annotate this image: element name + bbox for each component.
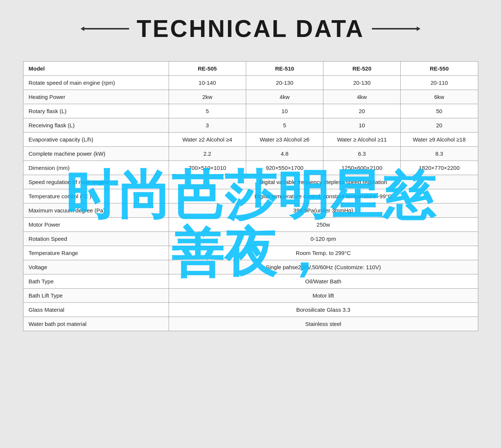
row-label: Motor Power [23,218,169,232]
table-row: Temperature control (°C )Digital tempera… [23,189,478,203]
row-cell-re550: 20-110 [401,76,478,90]
row-cell-re505: 2kw [169,90,246,104]
technical-data-table: Model RE-505 RE-510 RE-520 RE-550 Rotate… [23,61,478,331]
row-label: Maximum vacuum degree (Pa) [23,203,169,218]
row-cell-re510: 10 [246,104,323,118]
page-header: TECHNICAL DATA [22,15,479,43]
table-header-row: Model RE-505 RE-510 RE-520 RE-550 [23,62,478,76]
table-row: Rotation Speed0-120 rpm [23,232,478,246]
row-cell-re520: 10 [323,118,401,133]
table-row: Receiving flask (L)351020 [23,118,478,133]
col-header-re505: RE-505 [169,62,246,76]
row-label: Voltage [23,260,169,274]
row-cell-re550: 6kw [401,90,478,104]
row-label: Glass Material [23,303,169,317]
row-cell-re505: Water ≥2 Alcohol ≥4 [169,133,246,147]
row-cell-re550: 20 [401,118,478,133]
row-cell-re550: 8.3 [401,147,478,161]
row-label: Temperature control (°C ) [23,189,169,203]
row-label: Rotation Speed [23,232,169,246]
row-label: Complete machine power (kW) [23,147,169,161]
row-span-value: Single pahse220V,50/60Hz (Customize: 110… [169,260,478,274]
row-label: Receiving flask (L) [23,118,169,133]
row-label: Temperature Range [23,246,169,260]
table-body: Rotate speed of main engine (rpm)10-1402… [23,76,478,331]
row-cell-re520: 4kw [323,90,401,104]
row-span-value: 0-120 rpm [169,232,478,246]
row-cell-re510: 920×550×1700 [246,161,323,175]
row-cell-re520: 20-130 [323,76,401,90]
table-row: VoltageSingle pahse220V,50/60Hz (Customi… [23,260,478,274]
row-cell-re520: 1250×600×2100 [323,161,401,175]
table-row: Temperature RangeRoom Temp. to 299°C [23,246,478,260]
row-span-value: 250w [169,218,478,232]
table-row: Water bath pot materialStainless steel [23,317,478,331]
table-row: Motor Power250w [23,218,478,232]
row-label: Dimension (mm) [23,161,169,175]
table-row: Dimension (mm)700×510×1010920×550×170012… [23,161,478,175]
row-cell-re510: 4kw [246,90,323,104]
row-label: Speed regulation of main engine [23,175,169,189]
row-span-value: Room Temp. to 299°C [169,246,478,260]
row-cell-re505: 700×510×1010 [169,161,246,175]
table-row: Speed regulation of main engineDigital v… [23,175,478,189]
col-header-model: Model [23,62,169,76]
row-cell-re550: 50 [401,104,478,118]
row-label: Rotary flask (L) [23,104,169,118]
col-header-re520: RE-520 [323,62,401,76]
row-cell-re505: 3 [169,118,246,133]
table-row: Glass MaterialBorosilicate Glass 3.3 [23,303,478,317]
row-span-value: Digital variable frequency stepless spee… [169,175,478,189]
table-row: Evaporative capacity (L/h)Water ≥2 Alcoh… [23,133,478,147]
row-span-value: 399.9Pa(under 3mmHg) [169,203,478,218]
row-span-value: Digital temperature control, constant te… [169,189,478,203]
page-title: TECHNICAL DATA [137,15,364,43]
row-span-value: Motor lift [169,289,478,303]
row-span-value: Oil/Water Bath [169,274,478,289]
row-cell-re505: 2.2 [169,147,246,161]
row-cell-re505: 5 [169,104,246,118]
technical-data-table-container: Model RE-505 RE-510 RE-520 RE-550 Rotate… [23,61,478,331]
row-cell-re550: 1820×770×2200 [401,161,478,175]
row-label: Bath Lift Type [23,289,169,303]
row-span-value: Borosilicate Glass 3.3 [169,303,478,317]
table-row: Heating Power2kw4kw4kw6kw [23,90,478,104]
row-cell-re510: 5 [246,118,323,133]
row-cell-re520: 20 [323,104,401,118]
row-label: Bath Type [23,274,169,289]
table-row: Maximum vacuum degree (Pa)399.9Pa(under … [23,203,478,218]
row-cell-re510: 20-130 [246,76,323,90]
row-cell-re550: Water ≥9 Alcohol ≥18 [401,133,478,147]
row-cell-re520: Water ≥ Alcohol ≥11 [323,133,401,147]
header-left-line [84,28,129,29]
table-row: Bath Lift TypeMotor lift [23,289,478,303]
table-row: Rotate speed of main engine (rpm)10-1402… [23,76,478,90]
row-label: Water bath pot material [23,317,169,331]
row-cell-re510: 4.8 [246,147,323,161]
row-cell-re505: 10-140 [169,76,246,90]
table-row: Rotary flask (L)5102050 [23,104,478,118]
col-header-re550: RE-550 [401,62,478,76]
row-span-value: Stainless steel [169,317,478,331]
row-label: Rotate speed of main engine (rpm) [23,76,169,90]
col-header-re510: RE-510 [246,62,323,76]
table-row: Complete machine power (kW)2.24.86.38.3 [23,147,478,161]
row-cell-re510: Water ≥3 Alcohol ≥6 [246,133,323,147]
row-label: Evaporative capacity (L/h) [23,133,169,147]
row-label: Heating Power [23,90,169,104]
table-row: Bath TypeOil/Water Bath [23,274,478,289]
row-cell-re520: 6.3 [323,147,401,161]
header-right-line [372,28,417,29]
